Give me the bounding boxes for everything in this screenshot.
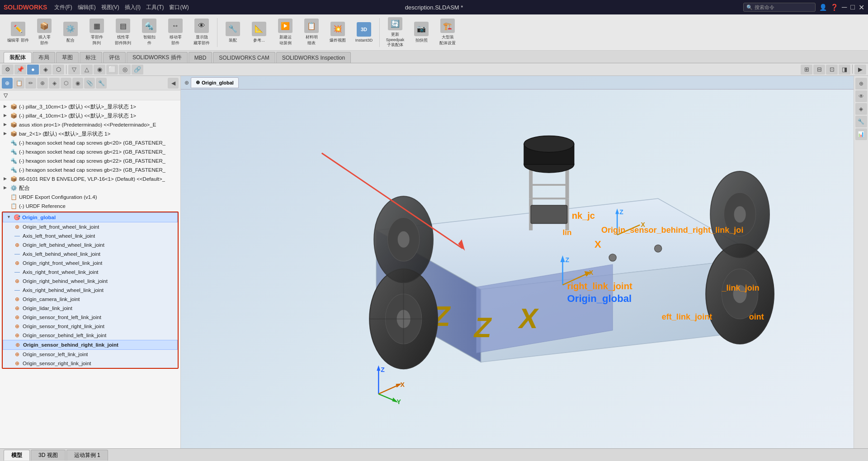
lp-clip-icon[interactable]: 📎 [84, 78, 95, 89]
tree-item-mate[interactable]: ▶ ⚙️ 配合 [0, 183, 180, 193]
rp-icon-4[interactable]: 🔧 [855, 116, 867, 127]
rp-icon-3[interactable]: ◈ [855, 103, 867, 115]
tree-item-urdf-ref[interactable]: 📋 (-) URDF Reference [0, 202, 180, 211]
menu-tools[interactable]: 工具(T) [146, 4, 164, 11]
tree-item-lidar[interactable]: ⊕ Origin_lidar_link_joint [3, 304, 178, 313]
menu-window[interactable]: 窗口(W) [169, 4, 189, 11]
help-icon[interactable]: ❓ [830, 4, 838, 11]
lp-sketch-icon[interactable]: ✏ [25, 78, 36, 89]
btab-3dview[interactable]: 3D 视图 [31, 450, 66, 461]
explode-btn[interactable]: 💥 爆炸视图 [325, 16, 350, 49]
tree-item-sfl[interactable]: ⊕ Origin_sensor_front_left_link_joint [3, 313, 178, 322]
tb2-btn-8[interactable]: ◉ [94, 65, 105, 75]
menu-insert[interactable]: 插入(I) [125, 4, 141, 11]
tb2-btn-6[interactable]: ▽ [68, 65, 80, 75]
tab-sw-plugins[interactable]: SOLIDWORKS 插件 [127, 52, 188, 63]
update-speedpak-btn[interactable]: 🔄 更新 Speedpak子装配体 [382, 16, 408, 49]
tb2-right-3[interactable]: ⊡ [826, 65, 838, 75]
tree-item-sbr[interactable]: ⊕ Origin_sensor_behind_right_link_joint [3, 340, 178, 350]
lp-hex-icon[interactable]: ⬡ [61, 78, 71, 89]
tab-evaluate[interactable]: 评估 [103, 52, 126, 63]
tab-mbd[interactable]: MBD [189, 52, 212, 63]
tree-item-lbw[interactable]: ⊕ Origin_left_behind_wheel_link_joint [3, 240, 178, 249]
feature-tree[interactable]: ▶ 📦 (-) pillar_3_10cm<1> (默认) <<默认>_显示状态… [0, 100, 180, 448]
menu-edit[interactable]: 编辑(E) [78, 4, 96, 11]
tb2-btn-11[interactable]: 🔗 [132, 65, 143, 75]
snapshot-btn[interactable]: 📷 拍快照 [409, 16, 434, 49]
tab-layout[interactable]: 布局 [33, 52, 55, 63]
lp-circle-icon[interactable]: ◉ [72, 78, 83, 89]
tab-sw-inspection[interactable]: SOLIDWORKS Inspection [276, 52, 351, 63]
lp-feature-tree-icon[interactable]: ⊕ [2, 78, 13, 89]
tb2-btn-5[interactable]: ⬡ [52, 65, 64, 75]
lp-collapse-icon[interactable]: ◀ [168, 78, 179, 89]
reference-btn[interactable]: 📐 参考... [246, 16, 272, 49]
tb2-btn-3[interactable]: ● [27, 65, 39, 75]
tree-item-screw21[interactable]: 🔩 (-) hexagon socket head cap screws gb<… [0, 147, 180, 156]
btab-motion[interactable]: 运动算例 1 [66, 450, 108, 461]
close-btn[interactable]: ✕ [859, 3, 864, 12]
tree-item-screw23[interactable]: 🔩 (-) hexagon socket head cap screws gb<… [0, 165, 180, 174]
rp-icon-5[interactable]: 📊 [855, 128, 867, 140]
tb2-btn-1[interactable]: ⚙ [2, 65, 14, 75]
instant3d-btn[interactable]: 3D Instant3D [351, 16, 377, 49]
tb2-btn-10[interactable]: ◎ [119, 65, 131, 75]
tab-sw-cam[interactable]: SOLIDWORKS CAM [213, 52, 275, 63]
menu-file[interactable]: 文件(F) [54, 4, 72, 11]
tree-item-sbl[interactable]: ⊕ Origin_sensor_behind_left_link_joint [3, 331, 178, 340]
lp-config-icon[interactable]: ⊕ [37, 78, 48, 89]
show-hide-btn[interactable]: 👁 显示隐藏零部件 [189, 16, 214, 49]
tree-item-origin-global[interactable]: ▼ 🎯 Origin_global [3, 212, 178, 222]
tree-item-pillar4[interactable]: ▶ 📦 (-) pillar_4_10cm<1> (默认) <<默认>_显示状态… [0, 111, 180, 120]
smart-fastener-btn[interactable]: 🔩 智能扣件 [137, 16, 162, 49]
linear-array-btn[interactable]: ▤ 线性零部件阵列 [110, 16, 136, 49]
lp-wrench-icon[interactable]: 🔧 [96, 78, 107, 89]
tab-assembly[interactable]: 装配体 [4, 52, 32, 63]
tb2-right-1[interactable]: ⊞ [801, 65, 812, 75]
minimize-btn[interactable]: ─ [842, 3, 847, 11]
tree-item-vlp16[interactable]: ▶ 📦 86-0101 REV B ENVELOPE, VLP-16<1> (D… [0, 174, 180, 183]
tree-item-arbw[interactable]: — Axis_right_behind_wheel_link_joint [3, 286, 178, 295]
mate-btn[interactable]: ⚙️ 配合 [58, 16, 83, 49]
tab-sketch[interactable]: 草图 [56, 52, 79, 63]
component-array-btn[interactable]: ▦ 零部件阵列 [84, 16, 109, 49]
tb2-btn-9[interactable]: ⬜ [106, 65, 118, 75]
tree-item-screw22[interactable]: 🔩 (-) hexagon socket head cap screws gb<… [0, 156, 180, 165]
move-component-btn[interactable]: ↔️ 移动零部件 [163, 16, 188, 49]
rp-icon-1[interactable]: ⊕ [855, 78, 867, 89]
tree-item-asus[interactable]: ▶ 📦 asus xtion pro<1> (Predeterminado) <… [0, 120, 180, 129]
tb2-btn-2[interactable]: 📌 [14, 65, 26, 75]
insert-component-btn[interactable]: 📦 插入零部件 [32, 16, 57, 49]
tb2-btn-7[interactable]: △ [81, 65, 93, 75]
tb2-right-2[interactable]: ⊟ [813, 65, 825, 75]
lp-ref-icon[interactable]: ◈ [49, 78, 60, 89]
tree-item-urdf-export[interactable]: 📋 URDF Export Configuration (v1.4) [0, 193, 180, 202]
lp-property-icon[interactable]: 📋 [14, 78, 24, 89]
tb2-btn-4[interactable]: ◈ [40, 65, 52, 75]
tree-item-camera[interactable]: ⊕ Origin_camera_link_joint [3, 295, 178, 304]
tree-item-sleft[interactable]: ⊕ Origin_sensor_left_link_joint [3, 350, 178, 359]
tree-item-albw[interactable]: — Axis_left_behind_wheel_link_joint [3, 249, 178, 259]
search-bar[interactable]: 🔍 搜索命令 [743, 3, 816, 12]
tree-item-pillar3[interactable]: ▶ 📦 (-) pillar_3_10cm<1> (默认) <<默认>_显示状态… [0, 102, 180, 111]
tree-item-lfw[interactable]: ⊕ Origin_left_front_wheel_link_joint [3, 222, 178, 231]
tree-item-alfw[interactable]: — Axis_left_front_wheel_link_joint [3, 231, 178, 240]
tree-item-screw20[interactable]: 🔩 (-) hexagon socket head cap screws gb<… [0, 138, 180, 147]
maximize-btn[interactable]: □ [850, 3, 855, 11]
tree-item-rbw[interactable]: ⊕ Origin_right_behind_wheel_link_joint [3, 277, 178, 286]
tree-item-sright[interactable]: ⊕ Origin_sensor_right_link_joint [3, 359, 178, 368]
tb2-right-4[interactable]: ◨ [839, 65, 850, 75]
menu-view[interactable]: 视图(V) [101, 4, 119, 11]
rp-icon-2[interactable]: 👁 [855, 90, 867, 102]
tree-item-bar2[interactable]: ▶ 📦 bar_2<1> (默认) <<默认>_显示状态 1> [0, 129, 180, 138]
tb2-expand-btn[interactable]: ▶ [854, 65, 866, 75]
bom-btn[interactable]: 📋 材料明细表 [299, 16, 324, 49]
viewport[interactable]: ⊕ ⊕ Origin_global [181, 76, 854, 448]
tree-item-sfr[interactable]: ⊕ Origin_sensor_front_right_link_joint [3, 322, 178, 331]
new-motion-btn[interactable]: ▶️ 新建运动算例 [273, 16, 298, 49]
tab-annotation[interactable]: 标注 [80, 52, 102, 63]
edit-component-btn[interactable]: ✏️ 编辑零 部件 [5, 16, 31, 49]
assemble-btn[interactable]: 🔧 装配 [220, 16, 245, 49]
btab-model[interactable]: 模型 [4, 450, 30, 461]
account-icon[interactable]: 👤 [819, 4, 827, 11]
